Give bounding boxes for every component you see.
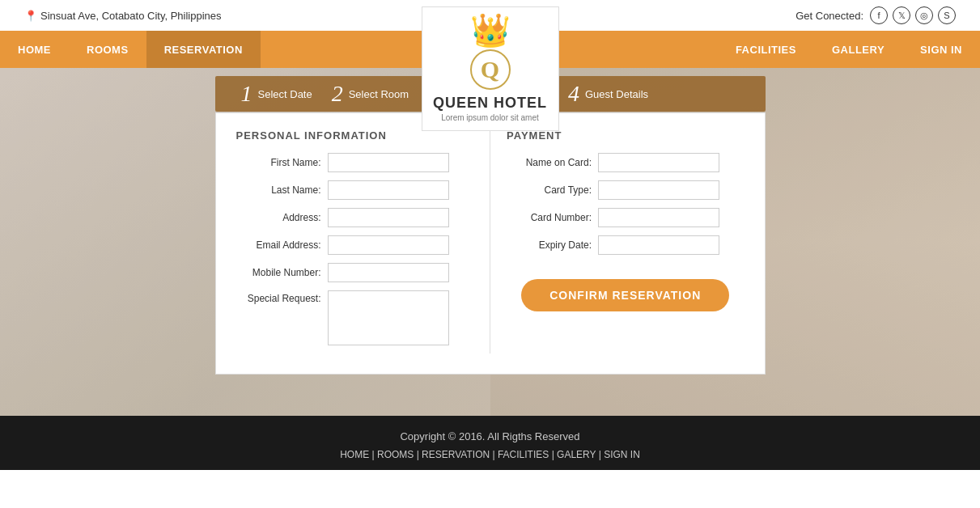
step-2: 2 Select Room — [322, 83, 418, 105]
step-4: 4 Guest Details — [558, 83, 658, 105]
logo-emblem: 👑 — [470, 14, 511, 46]
step-1: 1 Select Date — [231, 83, 322, 105]
mobile-row: Mobile Number: — [236, 263, 474, 282]
footer: Copyright © 2016. All Rigths Reserved HO… — [0, 416, 980, 470]
nav-reservation[interactable]: RESERVATION — [146, 31, 261, 68]
email-input[interactable] — [328, 235, 449, 255]
nav-rooms[interactable]: ROOMS — [69, 31, 146, 68]
section-divider — [490, 129, 490, 353]
footer-signin[interactable]: SIGN IN — [604, 449, 640, 460]
footer-facilities[interactable]: FACILITIES — [498, 449, 549, 460]
twitter-icon[interactable]: 𝕏 — [893, 6, 910, 24]
form-card: PERSONAL INFORMATION First Name: Last Na… — [215, 112, 766, 375]
name-on-card-input[interactable] — [598, 153, 719, 172]
footer-gallery[interactable]: GALERY — [557, 449, 596, 460]
expiry-date-row: Expiry Date: — [507, 235, 745, 255]
card-type-input[interactable] — [598, 180, 719, 200]
card-type-label: Card Type: — [507, 184, 592, 196]
footer-nav: HOME | ROOMS | RESERVATION | FACILITIES … — [8, 449, 972, 460]
nav-left: HOME ROOMS RESERVATION — [0, 31, 418, 68]
payment-section: PAYMENT Name on Card: Card Type: Card Nu… — [507, 129, 745, 353]
email-label: Email Address: — [236, 239, 321, 251]
footer-copyright: Copyright © 2016. All Rigths Reserved — [8, 430, 972, 442]
payment-title: PAYMENT — [507, 129, 745, 142]
mobile-input[interactable] — [328, 263, 449, 282]
card-type-row: Card Type: — [507, 180, 745, 200]
skype-icon[interactable]: S — [938, 6, 956, 24]
address: 📍 Sinsuat Ave, Cotabato City, Philippine… — [24, 10, 222, 22]
footer-rooms[interactable]: ROOMS — [377, 449, 414, 460]
location-icon: 📍 — [24, 10, 37, 22]
confirm-reservation-button[interactable]: CONFIRM RESERVATION — [521, 279, 729, 311]
instagram-icon[interactable]: ◎ — [915, 6, 933, 24]
nav-signin[interactable]: SIGN IN — [902, 31, 980, 68]
logo-subtitle: Lorem ipsum dolor sit amet — [441, 113, 539, 122]
card-number-input[interactable] — [598, 208, 719, 227]
special-request-row: Special Request: — [236, 290, 474, 345]
card-number-row: Card Number: — [507, 208, 745, 227]
mobile-label: Mobile Number: — [236, 267, 321, 278]
social-bar: Get Conected: f 𝕏 ◎ S — [795, 6, 956, 24]
personal-info-title: PERSONAL INFORMATION — [236, 129, 474, 142]
nav-right: FACILITIES GALLERY SIGN IN — [563, 31, 981, 68]
name-on-card-label: Name on Card: — [507, 157, 592, 168]
nav-wrapper: HOME ROOMS RESERVATION FACILITIES GALLER… — [0, 31, 980, 68]
name-on-card-row: Name on Card: — [507, 153, 745, 172]
footer-reservation[interactable]: RESERVATION — [422, 449, 490, 460]
special-request-label: Special Request: — [236, 290, 321, 304]
email-row: Email Address: — [236, 235, 474, 255]
address-input[interactable] — [328, 208, 449, 227]
footer-home[interactable]: HOME — [340, 449, 369, 460]
card-number-label: Card Number: — [507, 212, 592, 223]
last-name-label: Last Name: — [236, 184, 321, 196]
facebook-icon[interactable]: f — [870, 6, 888, 24]
last-name-row: Last Name: — [236, 180, 474, 200]
first-name-label: First Name: — [236, 157, 321, 168]
address-label: Address: — [236, 212, 321, 223]
first-name-input[interactable] — [328, 153, 449, 172]
expiry-date-input[interactable] — [598, 235, 719, 255]
expiry-date-label: Expiry Date: — [507, 239, 592, 251]
logo: 👑 Q QUEEN HOTEL Lorem ipsum dolor sit am… — [422, 6, 559, 131]
logo-title: QUEEN HOTEL — [433, 95, 547, 112]
first-name-row: First Name: — [236, 153, 474, 172]
nav-facilities[interactable]: FACILITIES — [718, 31, 814, 68]
social-icons: f 𝕏 ◎ S — [870, 6, 956, 24]
personal-info-section: PERSONAL INFORMATION First Name: Last Na… — [236, 129, 474, 353]
nav-gallery[interactable]: GALLERY — [814, 31, 902, 68]
nav-home[interactable]: HOME — [0, 31, 69, 68]
address-row: Address: — [236, 208, 474, 227]
special-request-textarea[interactable] — [328, 290, 449, 345]
last-name-input[interactable] — [328, 180, 449, 200]
